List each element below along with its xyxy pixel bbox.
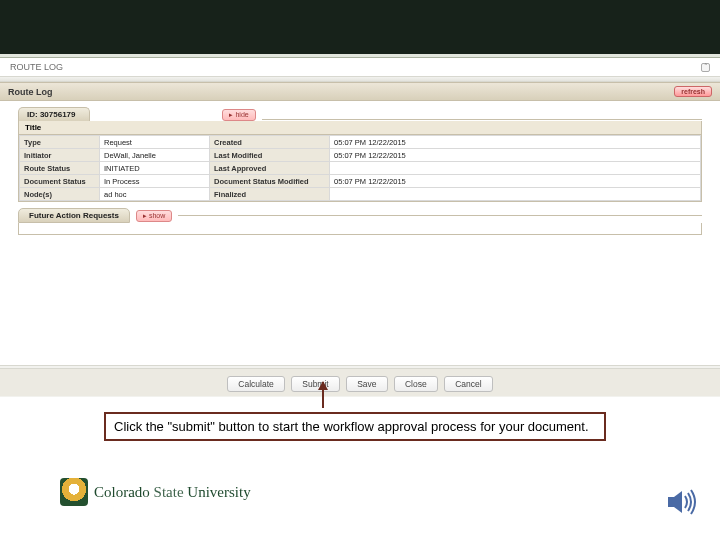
cancel-button[interactable]: Cancel: [444, 376, 492, 392]
table-row: Route StatusINITIATEDLast Approved: [20, 162, 701, 175]
ram-icon: [60, 478, 88, 506]
refresh-button[interactable]: refresh: [674, 86, 712, 97]
field-label: Initiator: [20, 149, 100, 162]
table-row: InitiatorDeWall, JanelleLast Modified05:…: [20, 149, 701, 162]
logo-word-colorado: Colorado: [94, 484, 150, 500]
field-value: [330, 162, 701, 175]
collapse-caret-icon[interactable]: ˄: [701, 63, 710, 72]
table-row: Node(s)ad hocFinalized: [20, 188, 701, 201]
field-value: DeWall, Janelle: [100, 149, 210, 162]
field-value: INITIATED: [100, 162, 210, 175]
svg-marker-1: [674, 491, 682, 513]
tab-underline: [262, 119, 702, 120]
button-bar: Calculate Submit Save Close Cancel: [0, 368, 720, 396]
panel-title-text: Route Log: [8, 87, 53, 97]
field-label: Document Status: [20, 175, 100, 188]
route-log-panel-body: ID: 30756179 ▸ hide Title TypeRequestCre…: [0, 101, 720, 245]
field-value: 05:07 PM 12/22/2015: [330, 175, 701, 188]
speaker-icon: [662, 484, 698, 520]
logo-word-university: University: [187, 484, 250, 500]
close-button[interactable]: Close: [394, 376, 438, 392]
route-log-panel-title: Route Log refresh: [0, 82, 720, 101]
logo-word-state: State: [154, 484, 184, 500]
arrow-icon: [322, 382, 324, 408]
field-label: Type: [20, 136, 100, 149]
table-row: Document StatusIn ProcessDocument Status…: [20, 175, 701, 188]
field-label: Route Status: [20, 162, 100, 175]
future-action-requests-tab[interactable]: Future Action Requests: [18, 208, 130, 223]
detail-table: TypeRequestCreated05:07 PM 12/22/2015Ini…: [19, 135, 701, 201]
save-button[interactable]: Save: [346, 376, 387, 392]
button-bar-outer: Calculate Submit Save Close Cancel: [0, 365, 720, 397]
whitespace: [0, 245, 720, 365]
future-underline: [178, 215, 702, 216]
detail-sub-header: Title: [19, 121, 701, 135]
field-label: Document Status Modified: [210, 175, 330, 188]
instruction-callout: Click the "submit" button to start the w…: [104, 412, 606, 441]
calculate-button[interactable]: Calculate: [227, 376, 284, 392]
field-value: [330, 188, 701, 201]
csu-logo: Colorado State University: [60, 478, 251, 506]
show-button[interactable]: ▸ show: [136, 210, 172, 222]
svg-rect-0: [668, 497, 674, 507]
header-band: [0, 0, 720, 54]
field-value: ad hoc: [100, 188, 210, 201]
field-value: 05:07 PM 12/22/2015: [330, 149, 701, 162]
logo-text: Colorado State University: [94, 484, 251, 501]
submit-button[interactable]: Submit: [291, 376, 339, 392]
field-label: Last Approved: [210, 162, 330, 175]
field-value: In Process: [100, 175, 210, 188]
route-log-label: ROUTE LOG: [10, 62, 63, 72]
field-label: Finalized: [210, 188, 330, 201]
field-value: 05:07 PM 12/22/2015: [330, 136, 701, 149]
field-label: Node(s): [20, 188, 100, 201]
hide-button[interactable]: ▸ hide: [222, 109, 255, 121]
route-log-section-bar[interactable]: ROUTE LOG ˄: [0, 58, 720, 76]
detail-box: Title TypeRequestCreated05:07 PM 12/22/2…: [18, 121, 702, 202]
future-box: [18, 223, 702, 235]
document-id-tab[interactable]: ID: 30756179: [18, 107, 90, 121]
field-value: Request: [100, 136, 210, 149]
table-row: TypeRequestCreated05:07 PM 12/22/2015: [20, 136, 701, 149]
field-label: Created: [210, 136, 330, 149]
field-label: Last Modified: [210, 149, 330, 162]
